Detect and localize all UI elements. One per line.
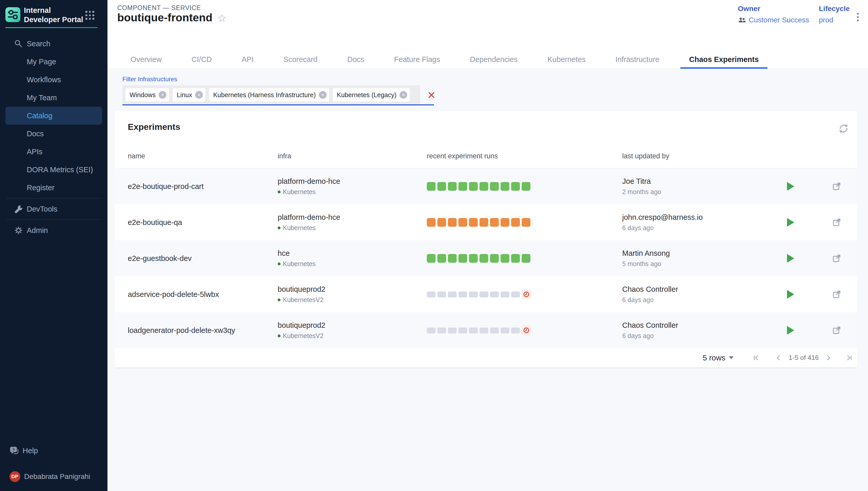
sidebar-item-label: Help [23,446,38,455]
run-passed-square[interactable] [500,254,509,263]
run-experiment-play-button[interactable] [787,182,794,191]
run-passed-square[interactable] [522,182,530,191]
tab-ci-cd[interactable]: CI/CD [183,50,221,69]
run-passed-square[interactable] [511,182,520,191]
run-passed-square[interactable] [427,254,436,263]
run-passed-square[interactable] [480,254,488,263]
chevron-right-icon [824,354,832,362]
run-experiment-play-button[interactable] [787,290,794,299]
run-passed-square[interactable] [448,182,457,191]
infrastructure-filter-input[interactable]: Windows×Linux×Kubernetes (Harness Infras… [122,85,420,104]
sidebar: Internal Developer Portal SearchMy PageW… [0,0,108,491]
sidebar-item-docs[interactable]: Docs [0,125,108,143]
next-page-button[interactable] [822,348,834,368]
run-passed-square[interactable] [490,182,499,191]
sidebar-item-register[interactable]: Register [0,179,108,197]
run-empty-bar [511,327,520,334]
sidebar-item-catalog[interactable]: Catalog [5,107,102,125]
run-passed-square[interactable] [437,254,446,263]
chip-remove-icon[interactable]: × [195,91,203,99]
chip-remove-icon[interactable]: × [319,91,326,99]
run-failed-square[interactable] [511,218,520,227]
run-passed-square[interactable] [458,182,467,191]
run-passed-square[interactable] [469,182,478,191]
column-header-runs: recent experiment runs [427,152,498,160]
tab-dependencies[interactable]: Dependencies [461,50,526,69]
recent-runs-indicator [427,218,530,227]
open-in-new-icon[interactable] [832,325,841,335]
breadcrumb: COMPONENT — SERVICE [117,4,201,11]
sidebar-item-devtools[interactable]: DevTools [0,200,108,218]
run-passed-square[interactable] [469,254,478,263]
filter-chip: Windows× [125,88,169,102]
run-failed-square[interactable] [469,218,478,227]
idp-logo-icon [5,7,20,22]
table-row: loadgenerator-pod-delete-xw3qyboutiquepr… [115,312,857,348]
open-in-new-icon[interactable] [832,289,841,299]
apps-grid-icon[interactable] [85,11,94,20]
open-in-new-icon[interactable] [832,181,841,191]
sidebar-item-apis[interactable]: APIs [0,143,108,161]
brand-divider [5,27,97,28]
experiment-name: loadgenerator-pod-delete-xw3qy [128,312,235,348]
run-passed-square[interactable] [480,182,488,191]
first-page-button[interactable] [751,348,762,368]
sidebar-item-dora-metrics-sei-[interactable]: DORA Metrics (SEI) [0,161,108,179]
more-options-kebab-icon[interactable] [852,9,863,25]
favorite-star-icon[interactable]: ☆ [217,13,227,24]
run-experiment-play-button[interactable] [787,326,794,335]
tab-api[interactable]: API [233,50,262,69]
experiment-name: e2e-guestbook-dev [128,240,192,276]
run-experiment-play-button[interactable] [787,218,794,227]
owner-link[interactable]: Customer Success [738,16,809,24]
refresh-icon[interactable] [837,122,850,135]
run-passed-square[interactable] [448,254,457,263]
tab-kubernetes[interactable]: Kubernetes [539,50,594,69]
run-passed-square[interactable] [427,182,436,191]
rows-per-page-select[interactable]: 5 rows [703,348,733,368]
run-failed-square[interactable] [437,218,446,227]
sidebar-item-my-team[interactable]: My Team [0,89,108,107]
sidebar-item-workflows[interactable]: Workflows [0,71,108,89]
recent-runs-indicator [427,290,531,299]
run-failed-square[interactable] [480,218,488,227]
tab-infrastructure[interactable]: Infrastructure [607,50,668,69]
tab-docs[interactable]: Docs [339,50,373,69]
run-failed-square[interactable] [458,218,467,227]
run-passed-square[interactable] [490,254,499,263]
recent-runs-indicator [427,254,530,263]
chip-remove-icon[interactable]: × [400,91,407,99]
tab-scorecard[interactable]: Scorecard [275,50,326,69]
run-passed-square[interactable] [437,182,446,191]
owner-block: Owner Customer Success [738,5,809,24]
run-failed-square[interactable] [448,218,457,227]
run-passed-square[interactable] [500,182,509,191]
sidebar-item-my-page[interactable]: My Page [0,53,108,71]
run-failed-square[interactable] [522,218,530,227]
run-experiment-play-button[interactable] [787,254,794,263]
run-empty-bar [511,291,520,297]
clear-filters-icon[interactable]: × [424,86,439,104]
sidebar-item-help[interactable]: ? Help [0,443,108,459]
sidebar-nav: SearchMy PageWorkflowsMy TeamCatalogDocs… [0,35,108,239]
sidebar-item-search[interactable]: Search [0,35,108,53]
tab-feature-flags[interactable]: Feature Flags [385,50,449,69]
run-passed-square[interactable] [511,254,520,263]
previous-page-button[interactable] [773,348,784,368]
run-failed-square[interactable] [500,218,509,227]
last-page-button[interactable] [843,348,855,368]
sidebar-item-admin[interactable]: Admin [0,221,108,239]
open-in-new-icon[interactable] [832,254,841,263]
run-failed-square[interactable] [427,218,436,227]
tab-chaos-experiments[interactable]: Chaos Experiments [680,50,768,69]
tab-overview[interactable]: Overview [122,50,170,69]
updated-by: Chaos Controller [622,285,678,294]
run-passed-square[interactable] [522,254,530,263]
open-in-new-icon[interactable] [832,218,841,227]
user-menu[interactable]: DP Debabrata Panigrahi [0,469,108,484]
sidebar-item-label: My Page [27,58,56,66]
run-passed-square[interactable] [458,254,467,263]
chip-remove-icon[interactable]: × [158,91,166,99]
page-title: boutique-frontend [117,11,212,24]
run-failed-square[interactable] [490,218,499,227]
